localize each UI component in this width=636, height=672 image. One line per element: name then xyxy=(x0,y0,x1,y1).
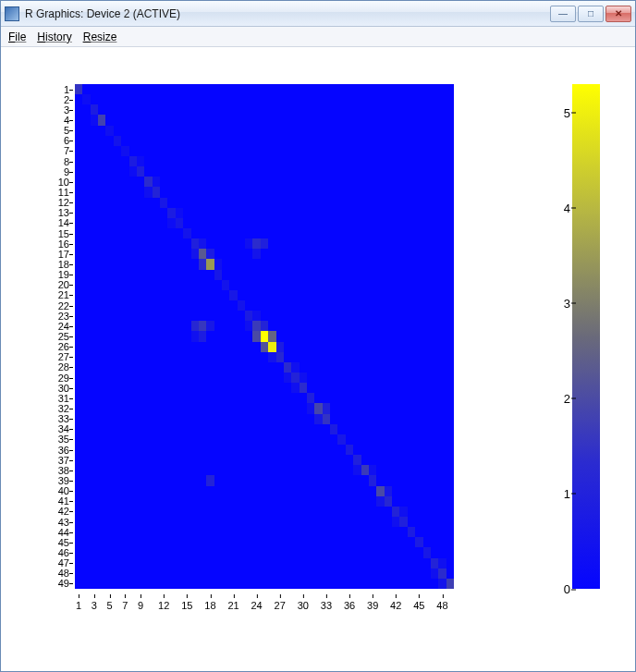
heatmap-cell xyxy=(160,537,167,547)
heatmap-cell xyxy=(137,84,144,94)
heatmap-cell xyxy=(314,434,322,445)
heatmap-cell xyxy=(137,486,144,496)
heatmap-cell xyxy=(153,507,160,517)
heatmap-cell xyxy=(229,424,237,434)
menu-resize[interactable]: Resize xyxy=(83,31,117,43)
heatmap-cell xyxy=(399,465,407,475)
heatmap-cell xyxy=(144,187,152,197)
heatmap-cell xyxy=(376,558,384,568)
heatmap-cell xyxy=(176,156,183,166)
heatmap-cell xyxy=(261,342,268,352)
heatmap-cell xyxy=(408,445,415,455)
heatmap-cell xyxy=(98,166,105,177)
heatmap-cell xyxy=(284,146,291,156)
heatmap-cell xyxy=(75,507,82,517)
heatmap-cell xyxy=(191,393,199,403)
close-button[interactable]: ✕ xyxy=(605,6,631,22)
heatmap-cell xyxy=(82,373,90,383)
heatmap-cell xyxy=(129,300,137,311)
heatmap-cell xyxy=(291,352,299,362)
heatmap-cell xyxy=(114,198,121,208)
heatmap-cell xyxy=(369,424,376,434)
minimize-button[interactable]: — xyxy=(550,6,576,22)
heatmap-cell xyxy=(222,393,229,403)
heatmap-cell xyxy=(129,537,137,547)
heatmap-cell xyxy=(337,579,345,589)
heatmap-cell xyxy=(376,445,384,455)
heatmap-cell xyxy=(276,290,284,300)
heatmap-cell xyxy=(346,208,353,218)
heatmap-cell xyxy=(438,475,446,485)
heatmap-cell xyxy=(144,342,152,352)
heatmap-cell xyxy=(160,238,167,249)
heatmap-cell xyxy=(98,198,105,208)
heatmap-cell xyxy=(238,156,245,166)
heatmap-cell xyxy=(314,146,322,156)
heatmap-cell xyxy=(222,198,229,208)
heatmap-cell xyxy=(268,156,275,166)
heatmap-cell xyxy=(91,321,98,331)
heatmap-cell xyxy=(191,218,199,228)
heatmap-cell xyxy=(399,270,407,280)
heatmap-cell xyxy=(399,218,407,228)
heatmap-cell xyxy=(75,115,82,125)
heatmap-cell xyxy=(385,507,392,517)
heatmap-cell xyxy=(307,434,314,445)
heatmap-cell xyxy=(415,496,422,507)
heatmap-cell xyxy=(176,393,183,403)
heatmap-cell xyxy=(214,362,222,373)
heatmap-cell xyxy=(261,434,268,445)
heatmap-cell xyxy=(446,475,454,485)
heatmap-cell xyxy=(176,579,183,589)
heatmap-cell xyxy=(144,455,152,465)
heatmap-cell xyxy=(376,146,384,156)
heatmap-cell xyxy=(91,527,98,537)
heatmap-cell xyxy=(291,424,299,434)
heatmap-cell xyxy=(369,280,376,290)
heatmap-cell xyxy=(314,321,322,331)
heatmap-cell xyxy=(330,156,337,166)
heatmap-cell xyxy=(307,537,314,547)
heatmap-cell xyxy=(199,537,206,547)
heatmap-cell xyxy=(438,198,446,208)
heatmap-cell xyxy=(385,218,392,228)
heatmap-cell xyxy=(415,115,422,125)
heatmap-cell xyxy=(300,156,307,166)
titlebar[interactable]: R Graphics: Device 2 (ACTIVE) — □ ✕ xyxy=(1,1,635,27)
heatmap-cell xyxy=(252,249,260,259)
heatmap-cell xyxy=(337,218,345,228)
heatmap-cell xyxy=(353,342,361,352)
heatmap-cell xyxy=(160,300,167,311)
heatmap-cell xyxy=(431,445,438,455)
heatmap-cell xyxy=(423,228,431,238)
heatmap-cell xyxy=(261,300,268,311)
x-tick-label: 1 xyxy=(76,600,81,611)
heatmap-cell xyxy=(114,527,121,537)
heatmap-cell xyxy=(252,424,260,434)
heatmap-cell xyxy=(105,238,113,249)
maximize-button[interactable]: □ xyxy=(578,6,604,22)
heatmap-cell xyxy=(82,362,90,373)
heatmap-cell xyxy=(431,259,438,269)
heatmap-cell xyxy=(276,558,284,568)
heatmap-cell xyxy=(229,331,237,341)
heatmap-cell xyxy=(199,218,206,228)
menu-history[interactable]: History xyxy=(37,31,71,43)
heatmap-cell xyxy=(199,496,206,507)
heatmap-cell xyxy=(114,568,121,579)
heatmap-cell xyxy=(261,84,268,94)
heatmap-cell xyxy=(431,126,438,136)
heatmap-cell xyxy=(121,434,128,445)
heatmap-cell xyxy=(314,331,322,341)
x-tick-label: 39 xyxy=(367,600,378,611)
heatmap-cell xyxy=(105,486,113,496)
heatmap-cell xyxy=(415,208,422,218)
heatmap-cell xyxy=(183,228,190,238)
heatmap-cell xyxy=(144,568,152,579)
heatmap-cell xyxy=(361,331,369,341)
menu-file[interactable]: File xyxy=(8,31,26,43)
heatmap-cell xyxy=(245,249,252,259)
heatmap-cell xyxy=(214,486,222,496)
heatmap-cell xyxy=(268,558,275,568)
heatmap-cell xyxy=(276,547,284,557)
